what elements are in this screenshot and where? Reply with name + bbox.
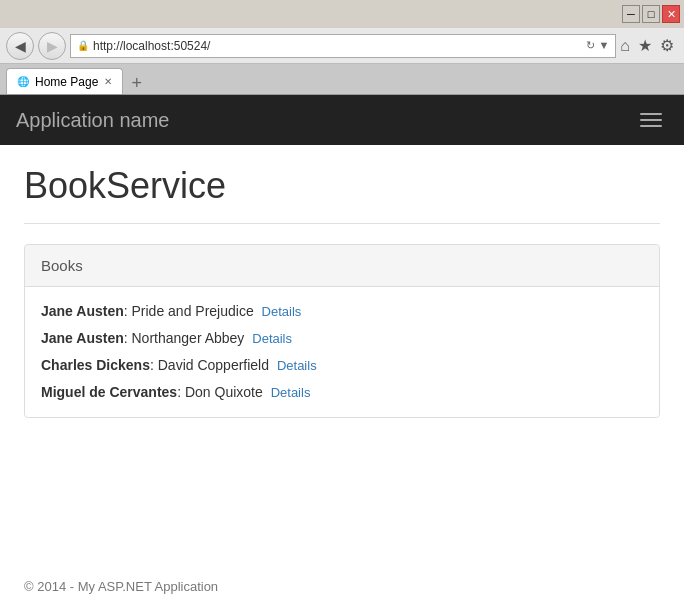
footer-text: © 2014 - My ASP.NET Application (24, 579, 218, 594)
book-author: Miguel de Cervantes (41, 384, 177, 400)
address-bar[interactable]: 🔒 http://localhost:50524/ ↻ ▼ (70, 34, 616, 58)
forward-button[interactable]: ▶ (38, 32, 66, 60)
address-refresh[interactable]: ↻ ▼ (586, 39, 609, 52)
books-panel: Books Jane Austen: Pride and Prejudice D… (24, 244, 660, 418)
nav-bar: ◀ ▶ 🔒 http://localhost:50524/ ↻ ▼ ⌂ ★ ⚙ (0, 28, 684, 64)
app-footer: © 2014 - My ASP.NET Application (0, 567, 684, 606)
book-details-link[interactable]: Details (262, 304, 302, 319)
minimize-button[interactable]: ─ (622, 5, 640, 23)
tab-bar: 🌐 Home Page ✕ + (0, 64, 684, 94)
hamburger-line-2 (640, 119, 662, 121)
book-author: Charles Dickens (41, 357, 150, 373)
tab-favicon: 🌐 (17, 76, 29, 87)
book-details-link[interactable]: Details (277, 358, 317, 373)
close-button[interactable]: ✕ (662, 5, 680, 23)
book-entry: Charles Dickens: David Copperfield Detai… (41, 355, 643, 376)
page-title: BookService (24, 165, 660, 207)
settings-icon[interactable]: ⚙ (660, 36, 674, 55)
books-panel-body: Jane Austen: Pride and Prejudice Details… (25, 287, 659, 417)
book-author: Jane Austen (41, 330, 124, 346)
browser-chrome: ─ □ ✕ ◀ ▶ 🔒 http://localhost:50524/ ↻ ▼ … (0, 0, 684, 95)
tab-label: Home Page (35, 75, 98, 89)
favorites-icon[interactable]: ★ (638, 36, 652, 55)
hamburger-line-1 (640, 113, 662, 115)
address-icon: 🔒 (77, 40, 89, 51)
app-navbar: Application name (0, 95, 684, 145)
book-entry: Jane Austen: Pride and Prejudice Details (41, 301, 643, 322)
home-icon[interactable]: ⌂ (620, 37, 630, 55)
app-brand[interactable]: Application name (16, 109, 169, 132)
address-text: http://localhost:50524/ (93, 39, 582, 53)
hamburger-line-3 (640, 125, 662, 127)
book-details-link[interactable]: Details (271, 385, 311, 400)
maximize-button[interactable]: □ (642, 5, 660, 23)
title-bar: ─ □ ✕ (0, 0, 684, 28)
title-divider (24, 223, 660, 224)
book-details-link[interactable]: Details (252, 331, 292, 346)
navbar-toggle-button[interactable] (634, 107, 668, 133)
active-tab[interactable]: 🌐 Home Page ✕ (6, 68, 123, 94)
tab-close-button[interactable]: ✕ (104, 76, 112, 87)
back-button[interactable]: ◀ (6, 32, 34, 60)
browser-toolbar: ⌂ ★ ⚙ (620, 36, 674, 55)
book-entry: Jane Austen: Northanger Abbey Details (41, 328, 643, 349)
book-entry: Miguel de Cervantes: Don Quixote Details (41, 382, 643, 403)
new-tab-button[interactable]: + (125, 73, 148, 94)
book-author: Jane Austen (41, 303, 124, 319)
books-panel-header: Books (25, 245, 659, 287)
page-content: BookService Books Jane Austen: Pride and… (0, 145, 684, 458)
